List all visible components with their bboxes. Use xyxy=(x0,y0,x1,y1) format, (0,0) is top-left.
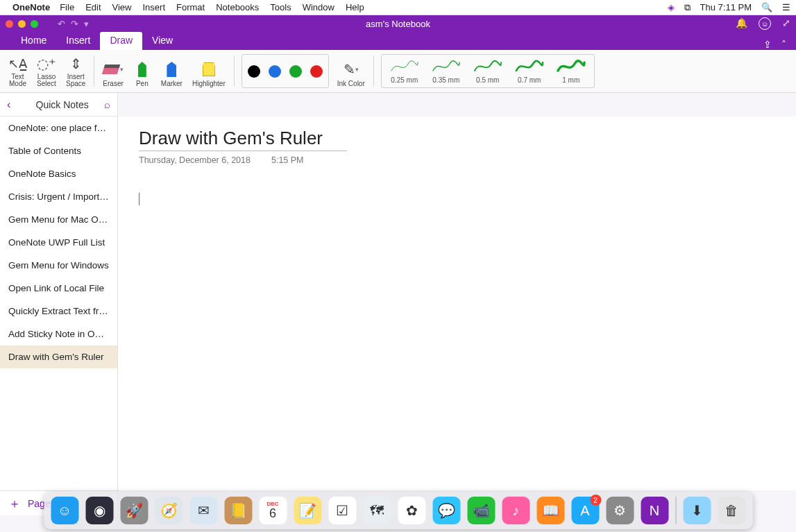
dock-reminders-icon[interactable]: ☑ xyxy=(328,497,356,524)
undo-button[interactable]: ↶ xyxy=(58,19,65,29)
page-list-item[interactable]: Open Link of Local File xyxy=(0,277,117,300)
note-canvas[interactable]: Draw with Gem's Ruler Thursday, December… xyxy=(118,117,796,490)
ink-color-icon: ✎▾ xyxy=(344,59,359,80)
notification-center-icon[interactable]: ☰ xyxy=(782,2,790,12)
stroke-option[interactable]: 1 mm xyxy=(557,58,586,84)
dock-divider xyxy=(675,497,676,524)
account-avatar-icon[interactable]: ☺ xyxy=(759,17,771,30)
insert-space-label: Insert Space xyxy=(66,74,85,87)
tab-view[interactable]: View xyxy=(142,32,183,50)
lasso-select-button[interactable]: ◌⁺ Lasso Select xyxy=(33,53,60,89)
quick-access-dropdown[interactable]: ▾ xyxy=(84,19,89,29)
tab-draw[interactable]: Draw xyxy=(100,32,142,50)
mac-dock: ☺◉🚀🧭✉📒DEC6📝☑🗺✿💬📹♪📖A2⚙N⬇🗑 xyxy=(44,492,752,529)
back-chevron-icon[interactable]: ‹ xyxy=(7,98,10,111)
pen-button[interactable]: Pen xyxy=(129,53,155,89)
section-header: ‹ Quick Notes ⌕ xyxy=(0,93,118,117)
stroke-option[interactable]: 0.7 mm xyxy=(515,58,544,84)
dock-notes-icon[interactable]: 📝 xyxy=(294,497,321,524)
menu-format[interactable]: Format xyxy=(176,2,205,12)
eraser-button[interactable]: ▾ Eraser xyxy=(99,53,127,89)
dock-contacts-icon[interactable]: 📒 xyxy=(224,497,252,524)
page-list-item[interactable]: OneNote: one place for all of your notes xyxy=(0,117,117,139)
notifications-bell-icon[interactable]: 🔔 xyxy=(736,17,747,30)
menu-view[interactable]: View xyxy=(112,2,132,12)
menu-window[interactable]: Window xyxy=(303,2,335,12)
page-list-item[interactable]: OneNote UWP Full List xyxy=(0,231,117,254)
page-list-item[interactable]: Crisis: Urgent / Important xyxy=(0,185,117,208)
dock-siri-icon[interactable]: ◉ xyxy=(85,497,113,524)
page-list-item[interactable]: Draw with Gem's Ruler xyxy=(0,345,117,368)
text-mode-button[interactable]: ↖A̲ Text Mode xyxy=(4,53,31,89)
dock-launchpad-icon[interactable]: 🚀 xyxy=(120,497,148,524)
highlighter-button[interactable]: Highlighter xyxy=(188,53,230,89)
dock-finder-icon[interactable]: ☺ xyxy=(51,497,78,524)
stroke-option[interactable]: 0.35 mm xyxy=(432,58,461,84)
dock-itunes-icon[interactable]: ♪ xyxy=(502,497,530,524)
insert-space-button[interactable]: ⇕ Insert Space xyxy=(62,53,90,89)
spotlight-icon[interactable]: 🔍 xyxy=(761,2,772,12)
window-minimize-button[interactable] xyxy=(18,20,26,28)
lasso-label: Lasso Select xyxy=(37,74,56,87)
window-close-button[interactable] xyxy=(6,20,13,28)
dock-mail-icon[interactable]: ✉ xyxy=(189,497,217,524)
menu-file[interactable]: File xyxy=(60,2,74,12)
ink-color-button[interactable]: ✎▾ Ink Color xyxy=(333,53,369,89)
draw-toolbar: ↖A̲ Text Mode ◌⁺ Lasso Select ⇕ Insert S… xyxy=(0,50,796,93)
clock[interactable]: Thu 7:11 PM xyxy=(700,2,752,12)
menu-notebooks[interactable]: Notebooks xyxy=(216,2,259,12)
insert-space-icon: ⇕ xyxy=(70,54,82,74)
stroke-option[interactable]: 0.5 mm xyxy=(473,58,502,84)
redo-button[interactable]: ↷ xyxy=(71,19,78,29)
dock-onenote-icon[interactable]: N xyxy=(641,497,668,524)
share-icon[interactable]: ⇪ xyxy=(763,39,772,50)
dock-ibooks-icon[interactable]: 📖 xyxy=(536,497,564,524)
page-list-item[interactable]: Add Sticky Note in OneNote xyxy=(0,323,117,345)
page-list-item[interactable]: Table of Contents xyxy=(0,139,117,162)
tab-insert[interactable]: Insert xyxy=(56,32,100,50)
window-maximize-button[interactable] xyxy=(31,20,38,28)
dock-downloads-icon[interactable]: ⬇ xyxy=(683,497,711,524)
menubar-extra-icon[interactable]: ◈ xyxy=(668,2,675,12)
dock-trash-icon[interactable]: 🗑 xyxy=(718,497,745,524)
page-list-item[interactable]: OneNote Basics xyxy=(0,162,117,185)
stroke-label: 0.35 mm xyxy=(432,76,459,84)
workspace: OneNote: one place for all of your notes… xyxy=(0,117,796,490)
swatch-red[interactable] xyxy=(310,65,323,78)
dock-maps-icon[interactable]: 🗺 xyxy=(363,497,391,524)
dock-calendar-icon[interactable]: DEC6 xyxy=(259,497,287,524)
lasso-icon: ◌⁺ xyxy=(37,54,56,74)
toolbar-separator xyxy=(94,55,94,87)
page-list-item[interactable]: Quickly Extract Text from Image xyxy=(0,300,117,323)
note-title[interactable]: Draw with Gem's Ruler xyxy=(139,128,347,151)
menu-help[interactable]: Help xyxy=(346,2,364,12)
swatch-black[interactable] xyxy=(248,65,260,78)
dock-photos-icon[interactable]: ✿ xyxy=(398,497,425,524)
dock-facetime-icon[interactable]: 📹 xyxy=(467,497,495,524)
page-list-item[interactable]: Gem Menu for Windows xyxy=(0,254,117,277)
window-title: asm's Notebook xyxy=(366,19,430,29)
toolbar-separator xyxy=(234,55,235,87)
tab-home[interactable]: Home xyxy=(11,32,56,50)
marker-label: Marker xyxy=(161,80,183,87)
swatch-blue[interactable] xyxy=(269,65,281,78)
ribbon-collapse-icon[interactable]: ˄ xyxy=(781,39,786,50)
dock-appstore-icon[interactable]: A2 xyxy=(571,497,599,524)
dock-messages-icon[interactable]: 💬 xyxy=(432,497,460,524)
dock-settings-icon[interactable]: ⚙ xyxy=(606,497,634,524)
displays-icon[interactable]: ⧉ xyxy=(684,2,691,13)
dock-safari-icon[interactable]: 🧭 xyxy=(155,497,183,524)
search-icon[interactable]: ⌕ xyxy=(104,98,110,110)
menu-tools[interactable]: Tools xyxy=(270,2,291,12)
fullscreen-icon[interactable]: ⤢ xyxy=(782,17,790,30)
color-swatch-group xyxy=(242,54,329,88)
menu-edit[interactable]: Edit xyxy=(85,2,101,12)
marker-button[interactable]: Marker xyxy=(157,53,187,89)
stroke-width-group: 0.25 mm0.35 mm0.5 mm0.7 mm1 mm xyxy=(381,54,595,88)
swatch-green[interactable] xyxy=(289,65,302,78)
stroke-option[interactable]: 0.25 mm xyxy=(390,58,419,84)
highlighter-label: Highlighter xyxy=(192,80,226,87)
app-name[interactable]: OneNote xyxy=(12,2,50,12)
page-list-item[interactable]: Gem Menu for Mac OneNote xyxy=(0,208,117,231)
menu-insert[interactable]: Insert xyxy=(142,2,165,12)
